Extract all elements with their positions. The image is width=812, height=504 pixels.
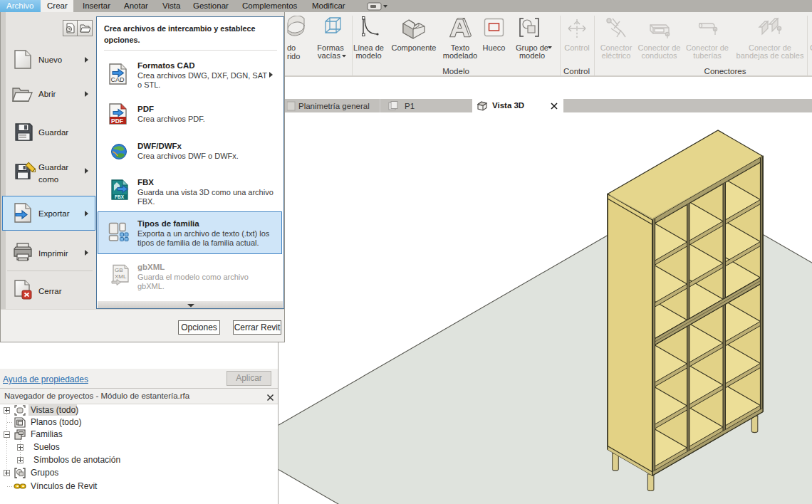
svg-text:GB: GB <box>115 267 123 273</box>
svg-text:CAD: CAD <box>111 76 125 83</box>
svg-text:PDF: PDF <box>111 117 123 125</box>
svg-text:FBX: FBX <box>115 194 125 199</box>
